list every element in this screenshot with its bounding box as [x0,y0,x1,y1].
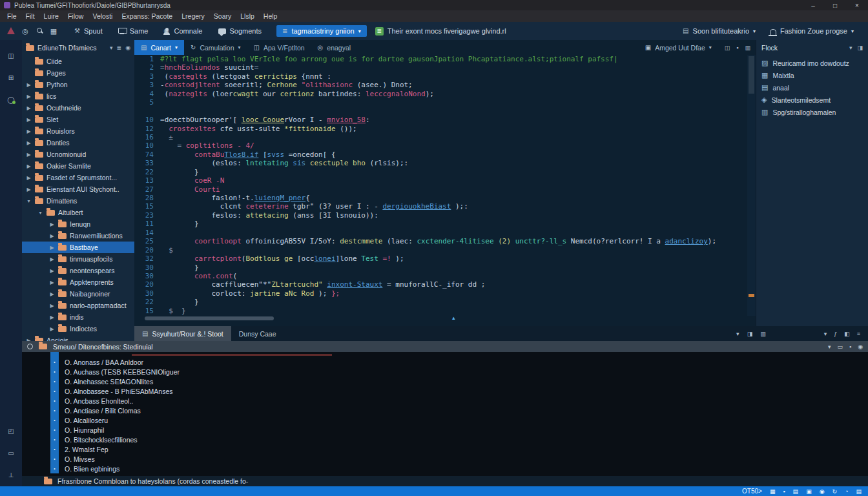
tree-item-pages[interactable]: Pages [22,67,134,79]
chevron-right-icon[interactable]: ▶ [49,303,55,309]
maximize-button[interactable]: □ [824,2,846,9]
menu-item-fle[interactable]: Fle [3,12,21,20]
win-icon[interactable]: ▣ [806,488,812,495]
tree-item-ocuthneide[interactable]: ▶Ocuthneide [22,102,134,114]
chevron-right-icon[interactable]: ▶ [26,152,32,158]
activity-plug-icon[interactable]: ◰ [0,420,22,442]
menu-item-filow[interactable]: Filow [63,12,88,20]
tab-enagyal[interactable]: ◎enagyal [311,40,358,55]
chevron-right-icon[interactable]: ▶ [49,326,55,332]
grid-icon[interactable]: ▦ [48,27,59,36]
scrollbar-thumb[interactable] [749,56,754,94]
chevron-right-icon[interactable]: ▶ [26,94,32,99]
chevron-right-icon[interactable]: ▶ [26,175,32,181]
chevron-down-icon[interactable]: ▾ [824,331,827,337]
task-list-item[interactable]: •O. Alnobassee - B PhiESAbMAnses [22,386,868,396]
horizontal-scrollbar[interactable] [134,316,747,322]
chevron-right-icon[interactable]: ▶ [49,222,55,227]
tree-item-slet[interactable]: ▶Slet [22,114,134,125]
panel-item-anaal[interactable]: ▤anaal [761,81,863,94]
minimize-button[interactable]: – [802,2,824,9]
tree-item-indis[interactable]: ▶indis [22,311,134,323]
tree-item-dimattens[interactable]: ▾Dimattens [22,195,134,207]
menu-item-help[interactable]: Help [259,12,282,20]
home-icon[interactable]: ◎ [19,27,31,36]
task-list-item[interactable]: •O. Hiunraphil [22,425,868,435]
layout-icon[interactable]: ◨ [747,331,753,337]
menu-item-luire[interactable]: Luire [39,12,63,20]
chevron-right-icon[interactable]: ▶ [49,233,55,239]
activity-pin-icon[interactable]: ⊥ [0,464,22,486]
menu-item-filt[interactable]: Filt [21,12,39,20]
chevron-right-icon[interactable]: ▶ [49,315,55,320]
tree-item-aituibert[interactable]: ▾Aituibert [22,207,134,218]
bottom-tab-ssyuhurt-rour-stoot[interactable]: ▤Ssyuhurt/Rour &.! Stoot [134,326,231,341]
radio-icon[interactable] [27,344,33,349]
editor-scrollbar[interactable] [747,55,756,316]
tree-item-bastbaye[interactable]: ▶Bastbaye [22,242,134,253]
menu-item-llslp[interactable]: Llslp [236,12,259,20]
tree-item-ciide[interactable]: Ciide [22,56,134,67]
chevron-down-icon[interactable]: ▾ [828,344,831,350]
chevron-right-icon[interactable]: ▶ [26,82,32,88]
hscroll-thumb[interactable] [145,316,274,320]
pin-icon[interactable]: ◨ [857,45,863,51]
task-list-item[interactable]: •O. Alcaliloseru [22,415,868,425]
chevron-down-icon[interactable]: ▾ [26,198,32,204]
tree-item-tinmuaspfocils[interactable]: ▶tinmuaspfocils [22,253,134,265]
panel-item-spg-stiralloghamalen[interactable]: ▥Spg/stiralloghamalen [761,106,863,118]
menu-item-velosti[interactable]: Velosti [88,12,117,20]
tree-item-eienstant-aul-stychont-[interactable]: ▶Eienstant AUl Stychont.. [22,183,134,195]
wrap-icon[interactable]: ≡ [857,331,860,337]
fn-icon[interactable]: ƒ [834,331,837,337]
doc-icon[interactable]: ▤ [793,488,799,495]
chevron-right-icon[interactable]: ▶ [49,256,55,262]
tree-item-lics[interactable]: ▶lics [22,90,134,102]
activity-screen-icon[interactable]: ▭ [0,442,22,464]
menu-item-lregery[interactable]: Lregery [177,12,209,20]
chevron-right-icon[interactable]: ▶ [26,117,32,123]
chevron-right-icon[interactable]: ▶ [26,163,32,169]
chevron-down-icon[interactable]: ▾ [37,210,43,216]
run-button[interactable]: ≣ Their exont mocs fiverigagwe glvind.rl [369,25,512,37]
code-editor[interactable]: 1#?lt flagt pelsa loo VErIcle foo arrong… [134,55,747,316]
split-icon[interactable]: ◫ [725,45,730,51]
tree-item-fasdet-of-sprumstont-[interactable]: ▶Fasdet of Sprumstont... [22,172,134,183]
chevron-right-icon[interactable]: ▶ [49,268,55,274]
task-list-item[interactable]: •O. Blien egbinings [22,464,868,473]
tree-item-nario-apptamadact[interactable]: ▶nario-apptamadact [22,300,134,311]
task-list-item[interactable]: •2. Wmalst Fep [22,444,868,454]
box-icon[interactable]: ▪ [736,45,738,51]
toolbar-button-comnale[interactable]: ◉Comnale [158,25,208,37]
task-list-item[interactable]: •O. Anctiase / Bilit Clomas [22,406,868,415]
chevron-right-icon[interactable]: ▶ [49,291,55,297]
tab-canart[interactable]: ▤Canart▾ [134,40,184,55]
chevron-down-icon[interactable]: ▾ [110,45,113,51]
chevron-right-icon[interactable]: ▶ [26,187,32,192]
tree-item-naibagnoiner[interactable]: ▶Naibagnoiner [22,288,134,300]
tree-item-anciois[interactable]: ▶Anciois [22,335,134,341]
chevron-down-icon[interactable]: ▾ [849,45,852,51]
panel-item-reuricamd-imo-dowdoutz[interactable]: ▨Reuricamd imo dowdoutz [761,57,863,69]
tree-item-ucnomionuid[interactable]: ▶Ucnomionuid [22,149,134,160]
sync-icon[interactable]: ↻ [832,488,838,495]
panel-item-maixtla[interactable]: ▦Maixtla [761,69,863,81]
columns-icon[interactable]: ▥ [760,331,766,337]
menu-item-soary[interactable]: Soary [209,12,236,20]
chevron-right-icon[interactable]: ▶ [49,280,55,285]
chevron-right-icon[interactable]: ▶ [26,140,32,146]
person-icon[interactable]: ◉ [858,344,863,350]
shield-icon[interactable]: ◉ [125,45,130,51]
note-icon[interactable]: ▤ [856,488,862,495]
toolbar-button-spuut[interactable]: ⚒Spuut [68,25,108,37]
document-outline-dropdown[interactable]: ▣ Amged Uut Dfae ▾ [639,40,718,55]
configuration-dropdown[interactable]: ≣ tagmacistriny gniion ▾ [276,25,367,37]
tab-apa-v-fptlton[interactable]: ◫Apa V/Fptlton [247,40,311,55]
menu-item-expanss-pacote[interactable]: Expanss: Pacote [117,12,177,20]
task-list-item[interactable]: •O. Anonass / BAA Anldoor [22,357,868,367]
chevron-right-icon[interactable]: ▶ [49,245,55,251]
tree-item-appktenprents[interactable]: ▶Appktenprents [22,276,134,288]
activity-files-icon[interactable]: ◫ [0,45,22,67]
tree-item-python[interactable]: ▶Python [22,79,134,90]
tab-camulation[interactable]: ↻Camulation▾ [184,40,247,55]
